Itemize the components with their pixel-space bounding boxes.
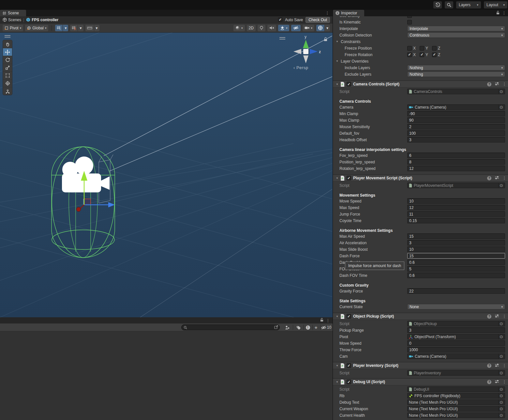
chevron-down-icon[interactable] — [94, 25, 99, 31]
dash-cooldown-input[interactable]: 0.6 — [407, 260, 505, 265]
exclude-layers-dropdown[interactable]: Nothing — [407, 71, 505, 77]
object-picker-icon[interactable] — [498, 393, 504, 398]
chevron-down-icon[interactable] — [324, 25, 330, 31]
kebab-menu-icon[interactable] — [502, 82, 506, 86]
is-kinematic-checkbox[interactable] — [407, 20, 412, 24]
object-picker-icon[interactable] — [498, 89, 504, 94]
debug-text-object-field[interactable]: None (Text Mesh Pro UGUI) — [407, 399, 505, 405]
search-button[interactable] — [445, 1, 453, 8]
foldout-icon[interactable] — [336, 177, 338, 180]
freeze-position-z-checkbox[interactable] — [432, 46, 437, 51]
lock-icon[interactable] — [496, 11, 500, 16]
object-picker-icon[interactable] — [498, 183, 504, 188]
coyote-time-input[interactable]: 0.15 — [407, 218, 505, 223]
gizmo-y-cone[interactable] — [303, 40, 309, 48]
headbob-offset-input[interactable]: 3 — [407, 137, 505, 142]
script-object-field[interactable]: CameraControls — [407, 89, 505, 94]
scene-visibility-button[interactable] — [291, 25, 301, 31]
help-icon[interactable] — [487, 380, 491, 384]
chevron-down-icon[interactable] — [63, 25, 68, 31]
overlay-handle-icon[interactable] — [278, 36, 286, 40]
script-object-field[interactable]: PlayerMovementScript — [407, 183, 505, 188]
ruler-icon[interactable] — [85, 25, 94, 31]
perspective-label[interactable]: ‹ Persp — [293, 65, 308, 70]
lock-icon[interactable] — [324, 37, 327, 42]
fov-lerp-speed-input[interactable]: 6 — [407, 153, 505, 158]
kebab-menu-icon[interactable] — [325, 11, 329, 15]
rotate-tool-button[interactable] — [3, 56, 12, 64]
script-object-field[interactable]: PlayerInventory — [407, 370, 505, 376]
foldout-icon[interactable] — [336, 364, 338, 367]
kebab-menu-icon[interactable] — [502, 176, 506, 180]
pivot-object-field[interactable]: ObjectPivot (Transform) — [407, 334, 505, 339]
orientation-gizmo[interactable]: y z ‹ Persp — [286, 35, 325, 72]
rect-tool-button[interactable] — [3, 71, 12, 79]
interpolate-dropdown[interactable]: Interpolate — [407, 26, 505, 31]
pickup-range-input[interactable]: 3 — [407, 327, 505, 333]
max-speed-input[interactable]: 12 — [407, 205, 505, 210]
current-state-dropdown[interactable]: None — [407, 304, 505, 309]
kebab-menu-icon[interactable] — [326, 318, 330, 323]
freeze-rotation-x-checkbox[interactable] — [407, 52, 412, 57]
collision-detection-dropdown[interactable]: Continuous — [407, 32, 505, 38]
foldout-icon[interactable] — [336, 381, 338, 383]
jump-force-input[interactable]: 11 — [407, 211, 505, 217]
kebab-menu-icon[interactable] — [502, 380, 506, 384]
overlay-handle-icon[interactable] — [3, 34, 12, 38]
component-header-object-pickup[interactable]: # Object Pickup (Script) — [333, 313, 508, 320]
camera-object-field[interactable]: Camera (Camera) — [407, 104, 505, 110]
audio-toggle-button[interactable] — [267, 25, 276, 31]
use-gravity-checkbox[interactable] — [407, 16, 412, 18]
object-picker-icon[interactable] — [498, 321, 504, 326]
layout-dropdown[interactable]: Layout — [484, 1, 507, 8]
component-enabled-checkbox[interactable] — [347, 176, 351, 180]
transform-tool-button[interactable] — [3, 79, 12, 87]
chevron-down-icon[interactable] — [78, 25, 83, 31]
object-picker-icon[interactable] — [498, 370, 504, 375]
gravity-force-input[interactable]: 22 — [407, 288, 505, 294]
gizmos-sphere-icon[interactable] — [316, 25, 324, 31]
tab-scene[interactable]: Scene — [0, 10, 26, 16]
max-slide-boost-input[interactable]: 10 — [407, 247, 505, 252]
component-header-player-movement[interactable]: # Player Movement Script (Script) — [333, 174, 508, 182]
throw-force-input[interactable]: 1000 — [407, 347, 505, 352]
view-tool-button[interactable] — [3, 40, 12, 48]
presets-icon[interactable] — [495, 176, 499, 181]
gizmo-left-cone[interactable] — [293, 49, 301, 54]
rotation-lerp-speed-input[interactable]: 12 — [407, 166, 505, 171]
warnings-filter-button[interactable]: ! — [304, 324, 312, 331]
tab-inspector[interactable]: Inspector — [333, 10, 364, 16]
gizmos-dropdown[interactable] — [316, 25, 330, 31]
move-plane-handle[interactable] — [83, 199, 91, 205]
min-clamp-input[interactable]: -90 — [407, 111, 505, 116]
help-icon[interactable] — [487, 82, 491, 86]
freeze-rotation-y-checkbox[interactable] — [420, 52, 424, 57]
global-mode-dropdown[interactable]: Global — [25, 25, 48, 31]
search-input[interactable] — [181, 324, 280, 330]
custom-tool-button[interactable] — [3, 87, 12, 95]
snap-increment-button[interactable] — [85, 25, 99, 31]
layers-dropdown[interactable]: Layers — [456, 1, 481, 8]
gameobject-filter-button[interactable] — [283, 324, 291, 331]
cam-object-field[interactable]: Camera (Camera) — [407, 353, 505, 359]
presets-icon[interactable] — [495, 363, 499, 368]
component-header-camera-controls[interactable]: # Camera Controls (Script) — [333, 81, 508, 88]
undo-history-button[interactable] — [433, 1, 442, 8]
script-object-field[interactable]: DebugUI — [407, 386, 505, 392]
open-search-window-icon[interactable] — [274, 325, 278, 330]
grid-snap-button[interactable] — [70, 25, 83, 31]
kebab-menu-icon[interactable] — [502, 11, 506, 15]
current-weapon-object-field[interactable]: None (Text Mesh Pro UGUI) — [407, 406, 505, 412]
object-picker-icon[interactable] — [498, 400, 504, 405]
constraints-foldout[interactable]: Constraints — [333, 38, 508, 45]
object-picker-icon[interactable] — [498, 334, 504, 339]
component-enabled-checkbox[interactable] — [347, 363, 351, 368]
object-picker-icon[interactable] — [498, 387, 504, 392]
include-layers-dropdown[interactable]: Nothing — [407, 65, 505, 70]
tag-filter-button[interactable] — [294, 324, 303, 331]
script-object-field[interactable]: ObjectPickup — [407, 321, 505, 326]
dash-fov-time-input[interactable]: 0.6 — [407, 273, 505, 278]
move-speed-input[interactable]: 10 — [407, 198, 505, 204]
component-header-player-inventory[interactable]: # Player Inventory (Script) — [333, 362, 508, 369]
freeze-rotation-z-checkbox[interactable] — [432, 52, 437, 57]
